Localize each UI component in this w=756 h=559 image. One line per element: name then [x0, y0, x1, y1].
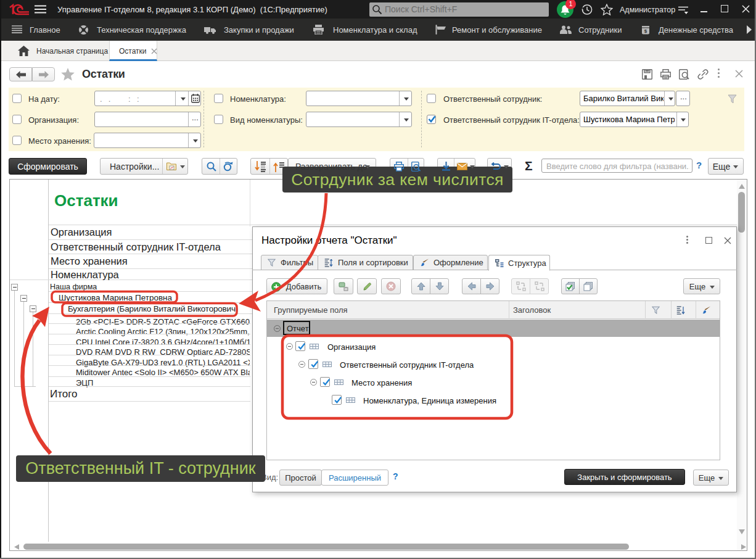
- svg-text:$: $: [644, 28, 647, 34]
